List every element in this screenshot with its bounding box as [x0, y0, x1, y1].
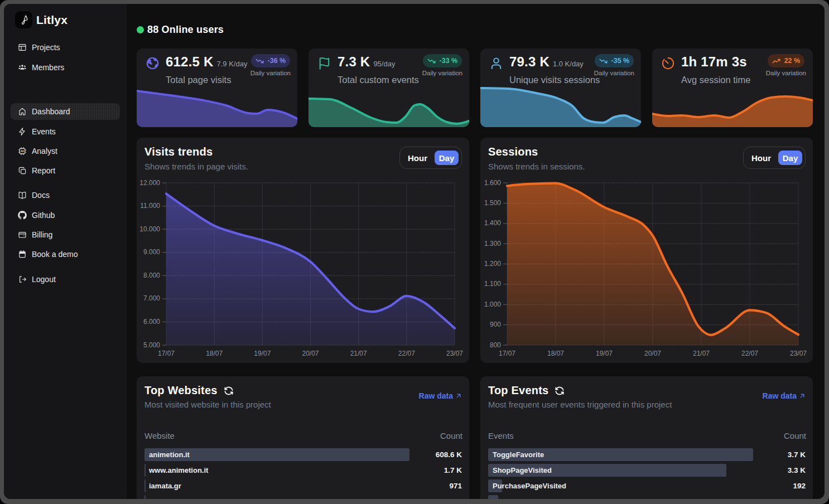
svg-text:1.300: 1.300	[484, 240, 501, 248]
svg-text:6.000: 6.000	[143, 318, 160, 326]
svg-text:17/07: 17/07	[499, 350, 515, 357]
svg-text:12.000: 12.000	[139, 179, 160, 187]
svg-text:17/07: 17/07	[158, 350, 175, 357]
svg-text:1.600: 1.600	[484, 179, 501, 187]
svg-text:10.000: 10.000	[139, 225, 160, 233]
svg-text:900: 900	[490, 321, 501, 328]
svg-text:23/07: 23/07	[790, 350, 807, 357]
svg-text:800: 800	[490, 341, 501, 349]
svg-text:22/07: 22/07	[398, 350, 415, 357]
svg-text:1.000: 1.000	[484, 301, 501, 308]
svg-text:21/07: 21/07	[350, 350, 367, 357]
svg-text:1.100: 1.100	[484, 280, 501, 288]
svg-text:20/07: 20/07	[302, 350, 319, 357]
svg-text:18/07: 18/07	[206, 350, 223, 357]
svg-text:AI: AI	[21, 149, 24, 153]
svg-text:1.500: 1.500	[484, 199, 501, 207]
svg-text:1.400: 1.400	[484, 219, 501, 227]
svg-text:11.000: 11.000	[140, 202, 160, 210]
svg-text:19/07: 19/07	[596, 350, 613, 357]
svg-text:5.000: 5.000	[143, 341, 160, 349]
svg-text:19/07: 19/07	[254, 350, 271, 357]
svg-text:8.000: 8.000	[143, 272, 160, 279]
svg-text:1.200: 1.200	[484, 260, 501, 268]
svg-text:23/07: 23/07	[446, 350, 463, 357]
svg-text:7.000: 7.000	[143, 294, 160, 302]
svg-text:22/07: 22/07	[741, 350, 758, 357]
svg-text:18/07: 18/07	[547, 350, 564, 357]
svg-text:20/07: 20/07	[644, 350, 661, 357]
svg-text:21/07: 21/07	[693, 350, 710, 357]
svg-text:9.000: 9.000	[143, 248, 160, 256]
